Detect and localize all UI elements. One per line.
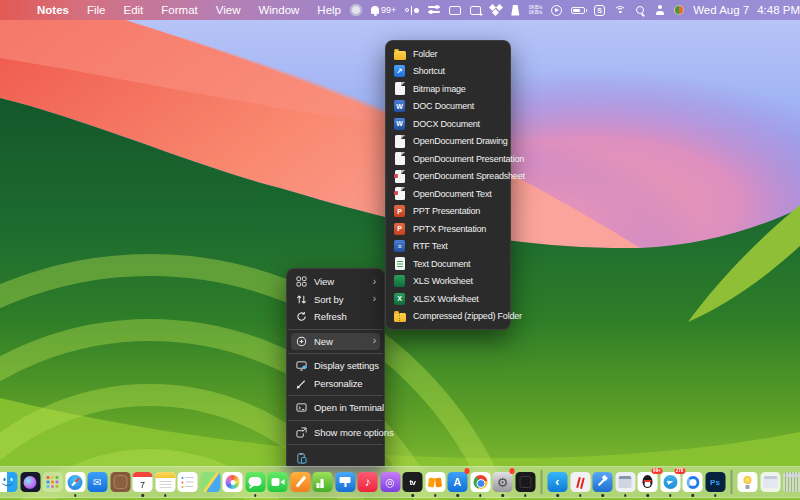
dock-system-settings[interactable]: ⚙ [493,472,513,492]
dock-numbers[interactable] [313,472,333,492]
dock-window-app[interactable] [615,472,635,492]
dock-music[interactable]: ♪ [358,472,378,492]
dock-xcode[interactable] [593,472,613,492]
context-menu-item-display-settings[interactable]: Display settings [291,357,380,375]
menu-separator [288,420,383,421]
submenu-item-doc-document[interactable]: W DOC Document [390,98,506,116]
screenshot-status-icon[interactable] [470,3,481,17]
running-indicator [74,494,77,497]
dock-messages[interactable] [245,472,265,492]
submenu-item-rtf-text[interactable]: ≡ RTF Text [390,238,506,256]
context-menu-item-new[interactable]: New › [291,333,380,351]
submenu-item-opendocument-drawing[interactable]: OpenDocument Drawing [390,133,506,151]
context-menu-item-open-in-terminal[interactable]: Open in Terminal [291,399,380,417]
network-speed-indicator[interactable]: 0KB/s 0KB/s [529,3,542,17]
dock-safari[interactable] [65,472,85,492]
colored-dot-status-icon[interactable] [674,3,684,17]
paste-clipboard-icon[interactable] [295,452,307,464]
menubar-clock[interactable]: Wed Aug 7 4:48 PM [693,4,800,16]
submenu-item-opendocument-text[interactable]: OpenDocument Text [390,185,506,203]
context-menu-item-show-more-options[interactable]: Show more options [291,424,380,442]
text-file-icon [393,257,406,271]
context-menu-item-label: Personalize [314,378,363,389]
submenu-item-folder[interactable]: Folder [390,45,506,63]
dock-keynote[interactable] [335,472,355,492]
submenu-item-ppt-presentation[interactable]: P PPT Presentation [390,203,506,221]
dock-mail[interactable]: ✉ [88,472,108,492]
dock-chrome[interactable] [470,472,490,492]
dock-notes[interactable] [155,472,175,492]
shortcut-arrow-icon: ↗ [393,64,406,78]
refresh-icon [295,311,307,323]
spotlight-search-icon[interactable] [635,3,646,17]
dock-finder[interactable] [0,472,18,492]
menubar-app-name[interactable]: Notes [28,0,78,20]
terminal-window-icon [295,402,307,414]
submenu-item-label: PPT Presentation [413,206,480,216]
dock-facetime[interactable] [268,472,288,492]
flow-status-icon[interactable] [405,3,419,17]
dock-photos[interactable] [223,472,243,492]
battery-icon[interactable] [571,3,585,17]
notification-bell-icon[interactable]: 99+ [371,3,396,17]
submenu-item-pptx-presentation[interactable]: P PPTX Presentation [390,220,506,238]
dock-telegram[interactable]: 278 [660,472,680,492]
dock-trash[interactable] [783,472,800,492]
submenu-item-bitmap-image[interactable]: Bitmap image [390,80,506,98]
dock-podcasts[interactable]: ◎ [380,472,400,492]
menubar-item-format[interactable]: Format [152,0,206,20]
dock-siri[interactable] [20,472,40,492]
context-menu-item-sort-by[interactable]: Sort by › [291,291,380,309]
submenu-item-label: RTF Text [413,241,448,251]
dock-pages[interactable] [290,472,310,492]
user-switch-icon[interactable] [655,3,665,17]
menubar-item-file[interactable]: File [78,0,115,20]
dock-photoshop[interactable]: Ps [705,472,725,492]
dock-vscode[interactable]: ‹ [548,472,568,492]
dock-maps[interactable] [200,472,220,492]
dock-books[interactable] [425,472,445,492]
running-indicator [411,494,414,497]
dock-parallels[interactable] [570,472,590,492]
context-menu-item-personalize[interactable]: Personalize [291,375,380,393]
submenu-item-opendocument-presentation[interactable]: OpenDocument Presentation [390,150,506,168]
dock-brown-app[interactable] [110,472,130,492]
submenu-item-docx-document[interactable]: W DOCX Document [390,115,506,133]
context-menu-item-refresh[interactable]: Refresh [291,308,380,326]
wifi-icon[interactable] [614,3,626,17]
gauge-status-icon[interactable] [350,3,362,17]
dock-launchpad[interactable] [43,472,63,492]
menubar-item-view[interactable]: View [207,0,250,20]
dock-reminders[interactable] [178,472,198,492]
dock-calendar[interactable]: 7 [133,472,153,492]
submenu-item-compressed-zipped-folder[interactable]: Compressed (zipped) Folder [390,308,506,326]
play-status-icon[interactable] [551,3,562,17]
submenu-item-shortcut[interactable]: ↗ Shortcut [390,63,506,81]
submenu-item-xlsx-worksheet[interactable]: X XLSX Worksheet [390,290,506,308]
apple-menu[interactable] [10,3,28,17]
dock-app-store[interactable]: A [448,472,468,492]
dock-files-folder[interactable] [760,472,780,492]
s-app-status-icon[interactable]: S [594,3,605,17]
menubar-item-window[interactable]: Window [249,0,308,20]
submenu-item-text-document[interactable]: Text Document [390,255,506,273]
dock-lightbulb-app[interactable] [738,472,758,492]
dock-dark-app[interactable] [515,472,535,492]
dock-blue-browser[interactable] [683,472,703,492]
shaker-status-icon[interactable] [511,3,520,17]
toggles-status-icon[interactable] [428,3,440,17]
display-status-icon[interactable] [449,3,461,17]
notification-count: 99+ [381,5,396,15]
vscode-icon: ‹ [548,472,568,492]
dock-tv[interactable]: tv [403,472,423,492]
context-menu-item-view[interactable]: View › [291,273,380,291]
submenu-item-label: XLSX Worksheet [413,294,479,304]
dock-qq[interactable]: 99+ [638,472,658,492]
submenu-item-xls-worksheet[interactable]: XLS Worksheet [390,273,506,291]
menubar-item-edit[interactable]: Edit [114,0,152,20]
display-monitor-icon [295,360,307,372]
menubar-item-help[interactable]: Help [308,0,350,20]
context-menu-item-label: New [314,336,333,347]
dropbox-status-icon[interactable] [490,3,502,17]
submenu-item-opendocument-spreadsheet[interactable]: OpenDocument Spreadsheet [390,168,506,186]
